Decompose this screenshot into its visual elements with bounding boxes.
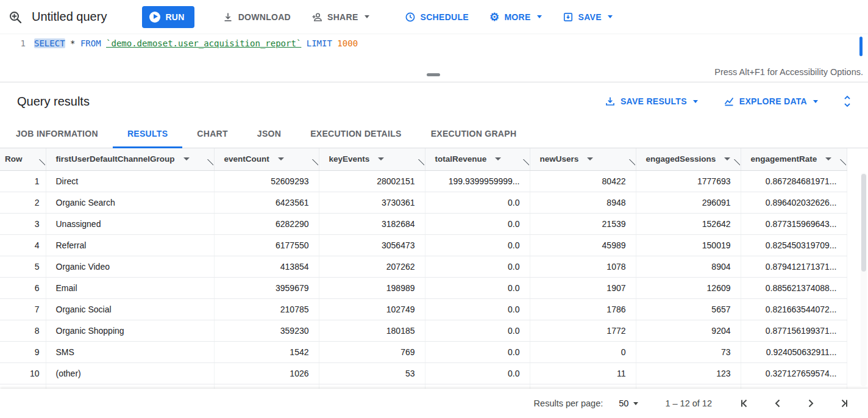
previous-page-button[interactable]: [770, 396, 785, 411]
sql-code-line: SELECT * FROM `demo.demoset.user_acquisi…: [34, 34, 358, 63]
table-cell: Organic Shopping: [46, 320, 214, 341]
column-resize-handle-icon[interactable]: [840, 159, 846, 165]
column-menu-caret-icon[interactable]: [495, 157, 501, 160]
page-size-select[interactable]: 50: [619, 398, 638, 408]
sql-token: LIMIT: [307, 38, 332, 48]
table-cell: 198989: [319, 277, 425, 298]
sql-token: `demo.demoset.user_acquisition_report`: [106, 38, 301, 48]
tab-chart[interactable]: CHART: [182, 120, 243, 148]
gear-icon: ⚙: [489, 12, 499, 23]
column-header-newUsers[interactable]: newUsers: [530, 148, 636, 170]
table-scrollbar[interactable]: [861, 173, 867, 386]
tab-execution-graph[interactable]: EXECUTION GRAPH: [416, 120, 532, 148]
share-button[interactable]: SHARE: [304, 6, 377, 28]
table-cell: 3730361: [319, 192, 425, 213]
last-page-button[interactable]: [836, 396, 851, 411]
table-row: 5Organic Video4138542072620.0107889040.8…: [0, 256, 847, 277]
save-results-button[interactable]: SAVE RESULTS: [600, 90, 703, 112]
table-cell: SMS: [46, 341, 214, 362]
table-cell: 0.924050632911...: [741, 341, 847, 362]
tab-json[interactable]: JSON: [243, 120, 296, 148]
row-number-cell: 5: [0, 256, 46, 277]
table-cell: 210785: [214, 298, 319, 320]
column-resize-handle-icon[interactable]: [734, 159, 740, 165]
column-resize-handle-icon[interactable]: [523, 159, 529, 165]
column-menu-caret-icon[interactable]: [183, 157, 190, 160]
chevron-down-icon: [608, 15, 613, 18]
row-number-cell: 9: [0, 341, 46, 362]
run-button[interactable]: RUN: [142, 6, 194, 28]
column-resize-handle-icon[interactable]: [629, 159, 635, 165]
column-header-engagementRate[interactable]: engagementRate: [741, 148, 847, 170]
column-resize-handle-icon[interactable]: [418, 159, 424, 165]
table-cell: 0.821663544072...: [741, 298, 847, 320]
chevron-down-icon: [693, 100, 698, 103]
column-menu-caret-icon[interactable]: [587, 157, 593, 160]
table-cell: 80422: [530, 170, 636, 192]
sql-editor[interactable]: 1 SELECT * FROM `demo.demoset.user_acqui…: [0, 34, 868, 63]
column-menu-caret-icon[interactable]: [724, 157, 730, 160]
column-header-engagedSessions[interactable]: engagedSessions: [636, 148, 741, 170]
run-button-label: RUN: [165, 12, 184, 22]
chevron-right-icon: [805, 397, 817, 409]
results-header-actions: SAVE RESULTS EXPLORE DATA: [600, 90, 856, 112]
results-table-container[interactable]: RowfirstUserDefaultChannelGroupeventCoun…: [0, 148, 868, 389]
table-cell: 0.0: [425, 277, 530, 298]
column-header-Row[interactable]: Row: [0, 148, 46, 170]
table-cell: 1078: [530, 256, 636, 277]
query-title: Untitled query: [32, 10, 107, 24]
save-button[interactable]: SAVE: [555, 6, 620, 28]
table-cell: 73: [636, 341, 741, 362]
query-results-panel: Query results SAVE RESULTS EXPLORE DATA: [0, 82, 868, 389]
table-cell: 6177550: [214, 234, 319, 256]
row-number-cell: 7: [0, 298, 46, 320]
table-scrollbar-thumb[interactable]: [861, 174, 866, 272]
column-header-label: engagedSessions: [646, 154, 716, 164]
table-cell: 1907: [530, 277, 636, 298]
results-table-body: 1Direct5260929328002151199.9399959999...…: [0, 170, 847, 389]
table-cell: 0.327127659574...: [741, 362, 847, 384]
query-toolbar: Untitled query RUN DOWNLOAD SHARE: [0, 0, 868, 34]
sql-token: FROM: [80, 38, 101, 48]
explore-data-button[interactable]: EXPLORE DATA: [719, 90, 823, 112]
column-resize-handle-icon[interactable]: [39, 159, 45, 165]
column-header-label: totalRevenue: [435, 154, 487, 164]
column-header-eventCount[interactable]: eventCount: [214, 148, 319, 170]
table-row: 9SMS15427690.00730.924050632911...: [0, 341, 847, 362]
first-page-button[interactable]: [738, 396, 752, 411]
column-header-keyEvents[interactable]: keyEvents: [319, 148, 425, 170]
tab-job-information[interactable]: JOB INFORMATION: [1, 120, 113, 148]
table-cell: 0.0: [425, 362, 530, 384]
row-number-cell: 1: [0, 170, 46, 192]
table-cell: 0.877315969643...: [741, 213, 847, 234]
save-button-label: SAVE: [578, 12, 602, 22]
tab-results[interactable]: RESULTS: [113, 120, 182, 148]
tab-execution-details[interactable]: EXECUTION DETAILS: [296, 120, 416, 148]
column-resize-handle-icon[interactable]: [207, 159, 213, 165]
editor-scrollbar[interactable]: [859, 37, 863, 56]
table-cell: 0.877156199371...: [741, 320, 847, 341]
column-menu-caret-icon[interactable]: [378, 157, 384, 160]
column-menu-caret-icon[interactable]: [278, 157, 284, 160]
table-cell: 0.867284681971...: [741, 170, 847, 192]
table-cell: 199.9399959999...: [425, 170, 530, 192]
column-resize-handle-icon[interactable]: [312, 159, 318, 165]
panel-resize-handle[interactable]: [427, 73, 440, 76]
table-cell: 21539: [530, 213, 636, 234]
table-cell: 0.896402032626...: [741, 192, 847, 213]
chevron-left-icon: [772, 397, 784, 409]
sql-token: 1000: [337, 38, 358, 48]
column-header-firstUserDefaultChannelGroup[interactable]: firstUserDefaultChannelGroup: [46, 148, 214, 170]
expand-results-button[interactable]: [839, 92, 856, 110]
schedule-button[interactable]: SCHEDULE: [397, 6, 476, 28]
column-header-label: Row: [5, 154, 23, 164]
toolbar-actions: RUN DOWNLOAD SHARE SCHEDULE: [142, 6, 620, 28]
column-menu-caret-icon[interactable]: [825, 157, 831, 160]
next-page-button[interactable]: [803, 396, 818, 411]
more-button[interactable]: ⚙ MORE: [482, 6, 549, 28]
table-cell: Unassigned: [46, 213, 214, 234]
column-header-totalRevenue[interactable]: totalRevenue: [425, 148, 530, 170]
editor-footer-strip: Press Alt+F1 for Accessibility Options.: [0, 63, 868, 82]
download-button[interactable]: DOWNLOAD: [215, 6, 298, 28]
table-cell: 52609293: [214, 170, 319, 192]
